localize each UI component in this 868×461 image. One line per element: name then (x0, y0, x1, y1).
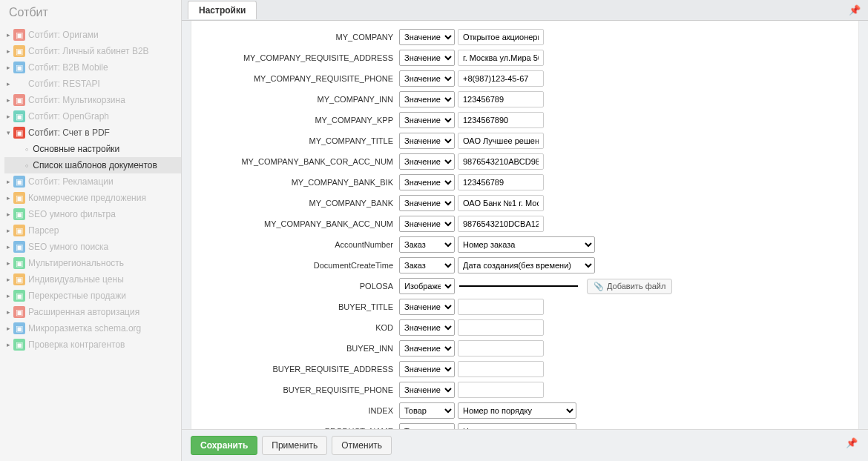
type-select[interactable]: Заказ (399, 236, 455, 253)
type-select[interactable]: Значение (399, 70, 455, 87)
type-select[interactable]: Значение (399, 319, 455, 336)
sidebar-item[interactable]: ▣Парсер (4, 222, 181, 239)
type-select[interactable]: Значение (399, 133, 455, 149)
module-icon: ▣ (13, 225, 25, 236)
add-file-button[interactable]: 📎Добавить файл (587, 279, 672, 294)
value-input[interactable] (458, 153, 544, 170)
pin-icon[interactable]: 📌 (849, 4, 861, 16)
sidebar-item[interactable]: ▣Сотбит: Оригами (4, 27, 181, 43)
form-row: BUYER_INNЗначение (191, 339, 844, 357)
sidebar-item[interactable]: ▣Сотбит: Личный кабинет B2B (4, 43, 181, 59)
type-select[interactable]: Значение (399, 153, 455, 170)
cancel-button[interactable]: Отменить (332, 436, 392, 455)
form-row: KODЗначение (191, 319, 844, 336)
apply-button[interactable]: Применить (262, 436, 327, 455)
value-input[interactable] (458, 112, 544, 128)
tree-arrow-icon (4, 210, 12, 218)
sidebar: Сотбит ▣Сотбит: Оригами▣Сотбит: Личный к… (0, 0, 182, 461)
type-select[interactable]: Значение (399, 29, 455, 45)
main-area: Настройки 📌 MY_COMPANYЗначениеMY_COMPANY… (182, 0, 868, 461)
sidebar-item-label: Мультирегиональность (28, 258, 124, 268)
field-label: MY_COMPANY_INN (191, 95, 399, 104)
value-input[interactable] (458, 91, 544, 107)
sidebar-item[interactable]: ▣Коммерческие предложения (4, 190, 181, 206)
sidebar-subitem[interactable]: Основные настройки (25, 141, 181, 157)
type-select[interactable]: Значение (399, 361, 455, 377)
module-icon: ▣ (13, 62, 25, 73)
option-select[interactable]: Номер заказа (458, 236, 595, 253)
save-button[interactable]: Сохранить (191, 436, 257, 455)
type-select[interactable]: Значение (399, 299, 455, 315)
option-select[interactable]: Название (458, 423, 576, 429)
tree-arrow-icon (4, 178, 12, 185)
module-icon (13, 78, 25, 90)
module-icon: ▣ (13, 176, 25, 188)
field-label: MY_COMPANY (191, 33, 399, 42)
type-select[interactable]: Значение (399, 50, 455, 66)
value-input[interactable] (458, 319, 544, 336)
pin-icon[interactable]: 📌 (846, 437, 858, 448)
value-input[interactable] (458, 195, 544, 211)
option-select[interactable]: Дата создания(без времени) (458, 257, 595, 273)
form-row: AccountNumberЗаказНомер заказа (191, 236, 844, 253)
sidebar-item[interactable]: Сотбит: RESTAPI (4, 76, 181, 92)
option-select[interactable]: Номер по порядку (458, 402, 576, 419)
sidebar-item[interactable]: ▣Микроразметка schema.org (4, 320, 181, 336)
type-select[interactable]: Значение (399, 174, 455, 190)
type-select[interactable]: Значение (399, 195, 455, 211)
form-row: MY_COMPANY_TITLEЗначение (191, 132, 844, 150)
type-select[interactable]: Значение (399, 216, 455, 232)
sidebar-item[interactable]: ▣SEO умного поиска (4, 239, 181, 255)
sidebar-item-label: Сотбит: B2B Mobile (28, 62, 108, 73)
tree-arrow-icon (4, 47, 12, 55)
type-select[interactable]: Товар (399, 423, 455, 429)
tree-arrow-icon (4, 259, 12, 267)
module-icon: ▣ (13, 306, 25, 318)
type-select[interactable]: Значение (399, 112, 455, 128)
field-label: POLOSA (191, 282, 399, 291)
form-row: PRODUCT_NAMEТоварНазвание (191, 422, 844, 429)
sidebar-item[interactable]: ▣Индивидуальные цены (4, 271, 181, 288)
sidebar-item[interactable]: ▣Сотбит: Рекламации (4, 173, 181, 190)
sidebar-item[interactable]: ▣Сотбит: OpenGraph (4, 108, 181, 125)
value-input[interactable] (458, 340, 544, 356)
value-input[interactable] (458, 216, 544, 232)
value-input[interactable] (458, 29, 544, 45)
sidebar-item[interactable]: ▣SEO умного фильтра (4, 206, 181, 222)
sidebar-item-label: Сотбит: Рекламации (28, 176, 114, 187)
tree-arrow-icon (4, 64, 12, 71)
value-input[interactable] (458, 133, 544, 149)
tree-arrow-icon (4, 243, 12, 251)
sidebar-item[interactable]: ▣Сотбит: Счет в PDF (4, 125, 181, 141)
module-icon: ▣ (13, 339, 25, 351)
sidebar-item-label: Сотбит: OpenGraph (28, 111, 109, 122)
form-row: POLOSAИзображение📎Добавить файл (191, 277, 844, 295)
type-select[interactable]: Значение (399, 340, 455, 356)
value-input[interactable] (458, 174, 544, 190)
sidebar-subitem[interactable]: Список шаблонов документов (4, 157, 181, 173)
value-input[interactable] (458, 299, 544, 315)
sidebar-item[interactable]: ▣Проверка контрагентов (4, 336, 181, 353)
sidebar-item[interactable]: ▣Перекрестные продажи (4, 288, 181, 304)
image-preview-line (459, 285, 578, 287)
module-icon: ▣ (13, 192, 25, 204)
value-input[interactable] (458, 382, 544, 398)
type-select[interactable]: Заказ (399, 257, 455, 273)
sidebar-item[interactable]: ▣Мультирегиональность (4, 255, 181, 271)
tree-arrow-icon (4, 113, 12, 120)
module-icon: ▣ (13, 322, 25, 334)
type-select[interactable]: Значение (399, 382, 455, 398)
sidebar-item[interactable]: ▣Сотбит: B2B Mobile (4, 59, 181, 76)
sidebar-item[interactable]: ▣Сотбит: Мультикорзина (4, 92, 181, 108)
field-label: BUYER_REQUISITE_PHONE (191, 385, 399, 394)
form-row: BUYER_TITLEЗначение (191, 298, 844, 316)
type-select[interactable]: Товар (399, 402, 455, 419)
field-label: MY_COMPANY_BANK_COR_ACC_NUM (191, 157, 399, 166)
type-select[interactable]: Значение (399, 91, 455, 107)
tab-settings[interactable]: Настройки (188, 1, 257, 19)
value-input[interactable] (458, 70, 544, 87)
sidebar-item[interactable]: ▣Расширенная авторизация (4, 304, 181, 320)
value-input[interactable] (458, 50, 544, 66)
value-input[interactable] (458, 361, 544, 377)
type-select[interactable]: Изображение (399, 278, 455, 294)
